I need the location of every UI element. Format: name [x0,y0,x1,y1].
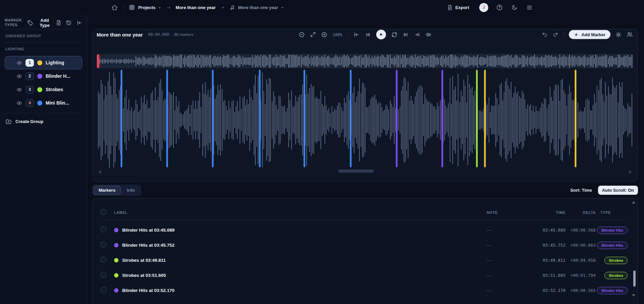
marker-time: 03:52.170 [537,288,565,293]
skip-to-end-button[interactable] [414,32,420,38]
collapse-left-icon[interactable] [76,20,82,26]
collaborators-icon[interactable] [627,32,633,38]
visibility-eye-icon[interactable] [16,100,22,106]
visibility-eye-icon[interactable] [16,60,22,66]
visibility-eye-icon[interactable] [16,73,22,79]
add-type-button[interactable]: Add Type [25,17,56,28]
app-root: Projects More than one year More than on… [0,0,644,304]
help-icon[interactable] [496,4,503,11]
waveform-marker-line[interactable] [476,70,478,167]
row-checkbox[interactable] [101,272,106,278]
main-waveform[interactable] [97,72,634,168]
fit-view-button[interactable] [310,32,316,38]
marker-type-badge: Blinder Hits [597,227,628,234]
marker-type-item[interactable]: 4Mini Blin... [5,96,82,110]
toolbar-divider [348,32,348,37]
moon-icon[interactable] [511,4,517,10]
waveform-marker-line[interactable] [350,70,351,167]
waveform-marker-line[interactable] [120,70,122,167]
column-time: TIME [537,210,565,215]
breadcrumb-projects[interactable]: Projects [138,5,162,10]
waveform-marker-line[interactable] [396,70,398,167]
undo-button[interactable] [542,32,548,38]
chevron-down-icon [157,5,162,10]
history-icon[interactable] [66,20,72,26]
table-row[interactable]: Strobes at 03:49.811—03:49.811+00:04.058… [101,253,628,268]
marker-color-dot [114,288,118,293]
table-scroll-up-arrow[interactable] [632,201,635,203]
sort-label[interactable]: Sort: Time [571,188,592,193]
waveform-marker-line[interactable] [575,70,577,167]
table-row[interactable]: Blinder Hits at 03:52.170—03:52.170+00:0… [101,283,628,298]
waveform-marker-line[interactable] [304,70,305,167]
folder-plus-icon [5,118,12,125]
select-all-checkbox[interactable] [101,209,106,215]
auto-scroll-toggle[interactable]: Auto Scroll: On [598,186,638,195]
marker-delta: +00:00.663 [565,243,596,248]
tab-info[interactable]: Info [121,186,140,195]
tag-icon [27,20,33,26]
scroll-right-arrow[interactable] [629,170,632,174]
table-row[interactable]: Blinder Hits at 03:45.089—03:45.089+00:0… [101,223,628,238]
marker-type-badge: Strobes [604,272,628,279]
playhead[interactable] [97,54,99,68]
marker-note: — [487,273,537,278]
create-group-button[interactable]: Create Group [5,113,82,130]
group-label-lighting[interactable]: LIGHTING [5,43,82,55]
previous-marker-button[interactable] [365,32,371,38]
marker-type-item[interactable]: 3Strobes [5,83,82,96]
notes-icon[interactable] [56,20,61,25]
avatar[interactable]: J [479,3,488,12]
zoom-level[interactable]: 100% [333,32,342,37]
track-title: More than one year [97,32,143,38]
table-scrollbar-thumb[interactable] [633,270,636,287]
top-navbar: Projects More than one year More than on… [0,0,644,15]
marker-type-badge: Blinder Hits [597,242,628,249]
overview-strip[interactable] [97,54,634,68]
table-scroll-down-arrow[interactable] [632,294,635,297]
row-checkbox[interactable] [101,287,106,293]
marker-color-dot [114,258,118,262]
loop-button[interactable] [391,32,397,38]
waveform-marker-line[interactable] [442,70,443,167]
visibility-eye-icon[interactable] [16,87,22,93]
gear-icon[interactable] [615,32,622,38]
waveform-marker-line[interactable] [259,70,261,167]
waveform-panel: More than one year 00:00.000 · 88 marker… [92,29,638,182]
marker-label: Strobes at 03:49.811 [122,258,166,263]
skip-to-start-button[interactable] [353,32,359,38]
group-label-unnamed[interactable]: UNNAMED GROUP [5,29,82,43]
row-checkbox[interactable] [101,242,106,247]
table-row[interactable]: Strobes at 03:51.605—03:51.605+00:01.794… [101,268,628,283]
add-marker-button[interactable]: Add Marker [569,30,610,39]
marker-note: — [487,228,537,233]
panel-tab-row: Markers Info Sort: Time Auto Scroll: On [92,184,638,196]
row-checkbox[interactable] [101,257,106,262]
horizontal-scrollbar-thumb[interactable] [338,170,374,173]
chevron-down-icon [280,5,285,10]
marker-type-item[interactable]: 1Lighting [5,56,82,69]
breadcrumb-project-name[interactable]: More than one year [176,5,215,10]
zoom-in-button[interactable] [321,32,327,38]
tab-markers[interactable]: Markers [93,186,121,195]
next-marker-button[interactable] [403,32,409,38]
breadcrumb-track[interactable]: More than one year [238,5,285,10]
marker-type-number: 2 [26,72,34,80]
table-row[interactable]: Blinder Hits at 03:45.752—03:45.752+00:0… [101,238,628,253]
row-checkbox[interactable] [101,227,106,232]
waveform-marker-line[interactable] [166,70,168,167]
scroll-left-arrow[interactable] [99,170,101,174]
zoom-out-button[interactable] [299,32,305,38]
marker-type-item[interactable]: 2Blinder H... [5,69,82,83]
home-icon[interactable] [111,4,118,11]
volume-button[interactable] [426,32,432,38]
add-marker-label: Add Marker [581,32,605,37]
waveform-marker-line[interactable] [212,70,213,167]
markers-table: LABEL NOTE TIME DELTA TYPE Blinder Hits … [92,198,638,304]
waveform-marker-line[interactable] [484,70,486,167]
redo-button[interactable] [553,32,558,38]
export-button[interactable]: Export [445,4,471,11]
menu-icon[interactable] [526,4,533,11]
marker-delta: +00:00.568 [565,228,596,233]
play-button[interactable] [376,30,386,40]
